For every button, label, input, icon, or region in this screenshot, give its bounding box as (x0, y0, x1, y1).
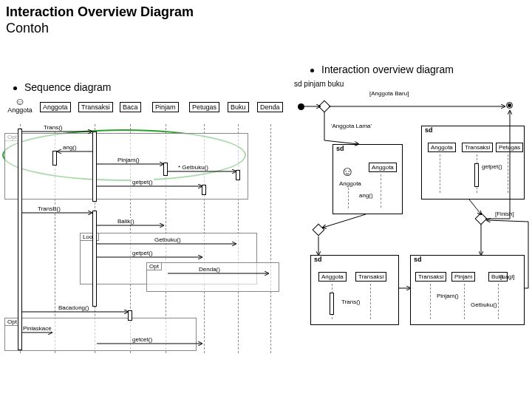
lifeline-buku: Buku (228, 102, 249, 112)
lifeline-petugas: Petugas (189, 102, 219, 112)
bullet-left: Sequence diagram (13, 81, 112, 93)
lifeline-baca: Baca (120, 102, 141, 112)
lifeline-denda: Denda (257, 102, 283, 112)
interaction-overview: sd pinjam buku [Anggota Baru] 'Anggota L… (292, 96, 528, 377)
decision-2 (475, 213, 488, 225)
sequence-diagram: ☺Anggota Anggota Transaksi Baca Pinjam P… (6, 96, 287, 377)
msg-transb: TransB() (37, 205, 61, 212)
lifeline-actor: ☺Anggota (7, 96, 33, 114)
msg-getbuku: * Getbuku() (177, 164, 209, 171)
page-subtitle: Contoh (6, 21, 49, 36)
svg-line-18 (469, 200, 481, 214)
msg-pinjam: Pinjam() (117, 157, 140, 163)
sd-frame-d: sd Transaksi Pinjam Buku Pinjam() Getbuk… (410, 255, 525, 325)
msg-bacadong: Bacadong() (58, 304, 89, 311)
bullet-right: Interaction overview diagram (310, 64, 454, 75)
msg-ang: ang() (62, 144, 78, 151)
lifeline-transaksi: Transaksi (78, 102, 113, 112)
guard-anggota-lama: 'Anggota Lama' (331, 123, 372, 129)
frame-title: sd pinjam buku (294, 80, 344, 88)
svg-line-17 (323, 214, 366, 228)
guard-finish: [Finish] (495, 211, 514, 217)
msg-getpet2: getpet() (132, 250, 154, 256)
decision-1 (318, 100, 331, 113)
msg-denda: Denda() (198, 266, 221, 273)
guard-lagi: [Lagi] (500, 273, 515, 280)
msg-trans: Trans() (43, 124, 63, 131)
final-node (506, 102, 513, 109)
msg-balik: Balik() (117, 218, 135, 225)
sd-frame-b: sd Anggota Transaksi Petugas getpet() (421, 126, 525, 200)
fragment-opt-2: Opt (146, 262, 162, 270)
msg-getcet: getcet() (132, 336, 153, 343)
lifeline-anggota: Anggota (40, 102, 71, 112)
initial-node (298, 103, 304, 110)
svg-line-26 (487, 220, 528, 222)
msg-pinlaskace: Pinlaskace (22, 325, 52, 332)
sd-frame-a: sd ☺ Anggota Anggota ang() (332, 144, 403, 214)
sd-frame-c: sd Anggota Transaksi Trans() (310, 255, 399, 325)
msg-getbuku2: Getbuku() (154, 236, 182, 243)
page-title: Interaction Overview Diagram (6, 4, 194, 20)
merge-1 (313, 224, 325, 236)
guard-anggota-baru: [Anggota Baru] (369, 90, 409, 97)
lifeline-pinjam: Pinjam (152, 102, 179, 112)
msg-getpet: getpet() (132, 179, 154, 185)
